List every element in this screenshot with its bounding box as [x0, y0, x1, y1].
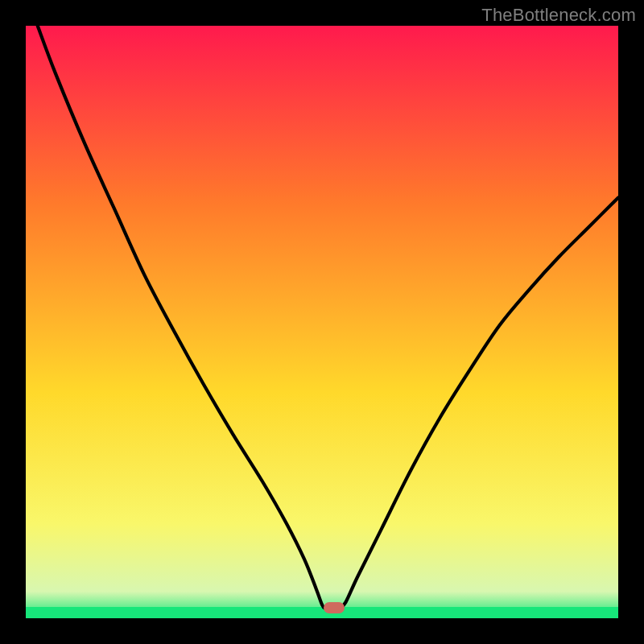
bottleneck-curve-right: [340, 197, 618, 608]
bottleneck-curve-left: [38, 26, 331, 609]
bottleneck-marker: [324, 602, 345, 613]
watermark-text: TheBottleneck.com: [481, 5, 636, 26]
curve-layer: [26, 26, 618, 618]
plot-area: [26, 26, 618, 618]
chart-stage: TheBottleneck.com: [0, 0, 644, 644]
